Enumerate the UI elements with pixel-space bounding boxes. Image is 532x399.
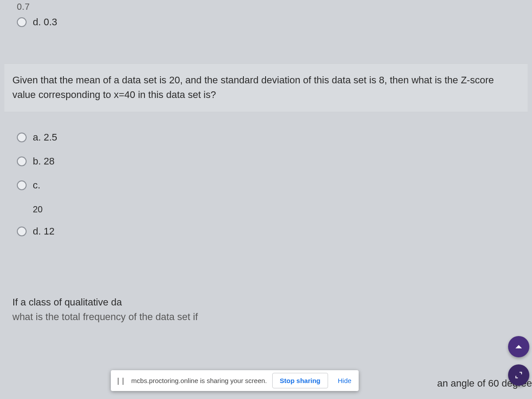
stop-sharing-button[interactable]: Stop sharing: [272, 373, 328, 388]
hide-link[interactable]: Hide: [333, 374, 356, 387]
share-message: mcbs.proctoring.online is sharing your s…: [131, 377, 267, 384]
prev-option-d[interactable]: d. 0.3: [4, 12, 528, 32]
question-text-content: Given that the mean of a data set is 20,…: [12, 74, 494, 100]
prev-option-partial: 0.7: [4, 0, 528, 12]
fraction-denominator: 20: [30, 204, 45, 214]
scroll-up-button[interactable]: [508, 336, 529, 357]
option-a[interactable]: a. 2.5: [4, 125, 528, 149]
next-question-line1: If a class of qualitative da: [12, 297, 122, 308]
next-question-line2: what is the total frequency of the data …: [12, 311, 198, 322]
option-d[interactable]: d. 12: [4, 219, 528, 243]
floating-actions: [508, 336, 529, 386]
radio-icon[interactable]: [17, 156, 27, 166]
radio-icon[interactable]: [17, 180, 27, 190]
radio-icon[interactable]: [17, 17, 27, 27]
chevron-up-icon: [514, 342, 524, 352]
screen-share-bar: || mcbs.proctoring.online is sharing you…: [111, 370, 359, 391]
options-list: a. 2.5 b. 28 c. 20 d. 12: [4, 125, 528, 243]
option-c-fraction: 20: [4, 197, 45, 219]
pause-icon[interactable]: ||: [116, 377, 126, 385]
expand-button[interactable]: [508, 364, 529, 386]
option-b-label: b. 28: [33, 156, 55, 167]
radio-icon[interactable]: [17, 227, 27, 236]
option-b[interactable]: b. 28: [4, 149, 528, 173]
prev-option-d-label: d. 0.3: [33, 16, 57, 28]
option-c[interactable]: c.: [4, 173, 528, 197]
option-a-label: a. 2.5: [33, 132, 57, 143]
next-question-partial: If a class of qualitative da what is the…: [4, 288, 528, 326]
radio-icon[interactable]: [17, 133, 27, 142]
option-d-label: d. 12: [33, 226, 55, 237]
question-text: Given that the mean of a data set is 20,…: [4, 63, 528, 112]
option-c-label: c.: [33, 180, 40, 191]
expand-icon: [514, 370, 524, 380]
